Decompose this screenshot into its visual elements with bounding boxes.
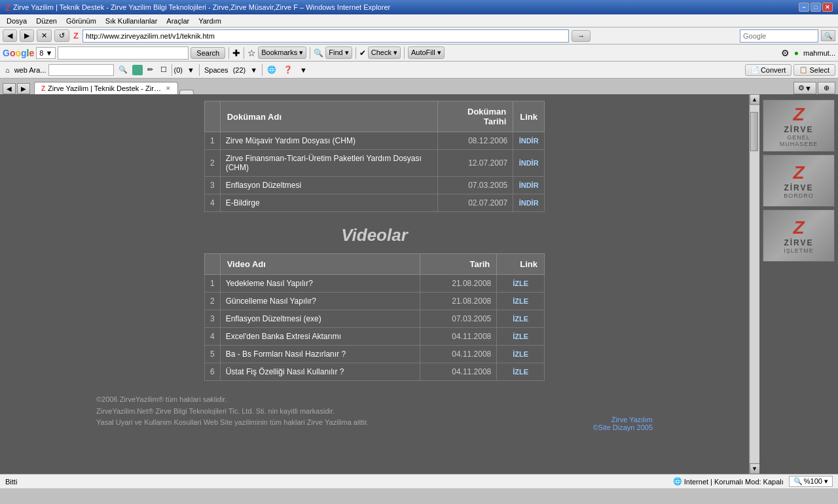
- spaces-button[interactable]: Spaces: [202, 65, 231, 75]
- forward-button[interactable]: ▶: [20, 29, 34, 42]
- browser-content: Doküman Adı Doküman Tarihi Link 1 Zirve …: [0, 94, 838, 474]
- scroll-down-button[interactable]: ▼: [750, 463, 760, 474]
- google-search-button[interactable]: 🔍: [821, 30, 835, 41]
- vid-date-4: 04.11.2008: [420, 328, 496, 346]
- notifications-button[interactable]: ▼: [185, 65, 197, 75]
- scroll-thumb[interactable]: [750, 112, 758, 151]
- vid-link-4[interactable]: İZLE: [497, 328, 545, 346]
- footer-right1: Zirve Yazılım: [593, 416, 653, 423]
- tab-1[interactable]: Z Zirve Yazilim | Teknik Destek - Zirve …: [34, 82, 178, 94]
- vid-link-5[interactable]: İZLE: [497, 346, 545, 363]
- maximize-button[interactable]: □: [811, 3, 821, 12]
- google-logo: Google: [3, 48, 34, 58]
- doc-link-3[interactable]: İNDİR: [513, 177, 545, 194]
- doc-num-2: 2: [205, 150, 221, 177]
- back-button[interactable]: ◀: [3, 29, 17, 42]
- check-button[interactable]: Check ▾: [368, 46, 401, 59]
- watch-link-2[interactable]: İZLE: [513, 297, 528, 305]
- brand-bordro[interactable]: Z ZİRVE BORDRO: [763, 154, 835, 207]
- toolbar-box[interactable]: ☐: [158, 64, 170, 75]
- web-search-input[interactable]: [48, 64, 114, 76]
- watch-link-1[interactable]: İZLE: [513, 279, 528, 287]
- home-button[interactable]: ⌂: [3, 65, 12, 75]
- footer: ©2006 ZirveYazilim® tüm haklari saklidir…: [96, 387, 653, 431]
- download-link-1[interactable]: İNDİR: [519, 137, 539, 145]
- address-input[interactable]: [82, 29, 569, 43]
- notifications-count: (0): [174, 66, 183, 74]
- scroll-up-button[interactable]: ▲: [750, 94, 760, 105]
- plus-icon[interactable]: ✚: [232, 48, 240, 58]
- refresh-button[interactable]: ↺: [54, 29, 69, 42]
- zoom-control[interactable]: 🔍 %100 ▾: [789, 476, 833, 487]
- google-search-input[interactable]: [740, 29, 818, 43]
- watch-link-6[interactable]: İZLE: [513, 368, 528, 376]
- zirve-z-icon-3: Z: [793, 217, 804, 238]
- tab-1-close[interactable]: ✕: [166, 85, 171, 92]
- spaces-dropdown[interactable]: ▼: [247, 65, 260, 75]
- new-tab-button[interactable]: ⊕: [818, 82, 835, 94]
- brand-sub-1b: MUHASEBE: [780, 141, 818, 147]
- download-link-3[interactable]: İNDİR: [519, 181, 539, 189]
- more-button[interactable]: ▼: [297, 65, 310, 75]
- vid-num-6: 6: [205, 363, 221, 381]
- star-icon[interactable]: ☆: [247, 48, 256, 58]
- brand-genel-muhasebe[interactable]: Z ZİRVE GENEL MUHASEBE: [763, 99, 835, 152]
- tab-2[interactable]: [179, 90, 194, 94]
- google-toolbar-input[interactable]: [58, 46, 189, 60]
- convert-button[interactable]: 📄 Convert: [745, 64, 792, 76]
- watch-link-3[interactable]: İZLE: [513, 315, 528, 323]
- menu-gorunum[interactable]: Görünüm: [62, 16, 100, 26]
- help-button[interactable]: ❓: [281, 64, 295, 75]
- scrollbar[interactable]: ▲ ▼: [749, 94, 759, 474]
- download-link-2[interactable]: İNDİR: [519, 159, 539, 167]
- vid-date-1: 21.08.2008: [420, 275, 496, 293]
- find-button[interactable]: Find ▾: [325, 46, 352, 59]
- brand-isletme[interactable]: Z ZİRVE İŞLETME: [763, 209, 835, 262]
- zoom-icon: 🔍: [793, 477, 803, 486]
- menu-dosya[interactable]: Dosya: [3, 16, 31, 26]
- status-right: 🌐 Internet | Korumalı Mod: Kapalı 🔍 %100…: [673, 476, 833, 487]
- google-rank: 8 ▼: [36, 47, 56, 59]
- doc-link-4[interactable]: İNDİR: [513, 194, 545, 212]
- search-web-button[interactable]: 🔍: [116, 64, 130, 75]
- tab-options[interactable]: ⚙ ▼: [793, 82, 816, 94]
- close-button[interactable]: ✕: [822, 3, 833, 12]
- menu-araclar[interactable]: Araçlar: [162, 16, 193, 26]
- menu-sikkullanılanlar[interactable]: Sık Kullanılanlar: [101, 16, 162, 26]
- dropdown-icon: ▼: [805, 84, 812, 92]
- separator-1: [228, 47, 229, 59]
- menu-duzen[interactable]: Düzen: [32, 16, 61, 26]
- settings-icon[interactable]: ⚙: [781, 48, 790, 58]
- separator-3: [310, 47, 310, 59]
- doc-name-2: Zirve Finansman-Ticari-Üretim Paketleri …: [220, 150, 437, 177]
- videos-table: Video Adı Tarih Link 1 Yedekleme Nasıl Y…: [204, 253, 545, 381]
- download-link-4[interactable]: İNDİR: [519, 199, 539, 207]
- vid-link-6[interactable]: İZLE: [497, 363, 545, 381]
- vid-num-1: 1: [205, 275, 221, 293]
- tab-1-label: Zirve Yazilim | Teknik Destek - Zirve Ya…: [48, 84, 163, 92]
- watch-link-5[interactable]: İZLE: [513, 350, 528, 358]
- autofill-button[interactable]: AutoFill ▾: [408, 46, 445, 59]
- toolbar-pencil[interactable]: ✏: [145, 64, 156, 75]
- menu-yardim[interactable]: Yardım: [194, 16, 225, 26]
- earth-button[interactable]: 🌐: [264, 64, 279, 75]
- security-status: 🌐 Internet | Korumalı Mod: Kapalı: [673, 477, 784, 486]
- search-button[interactable]: Search: [191, 47, 225, 59]
- select-button[interactable]: 📋 Select: [793, 64, 835, 76]
- footer-right2: ©Site Dizayn 2005: [593, 423, 653, 431]
- doc-link-2[interactable]: İNDİR: [513, 150, 545, 177]
- doc-link-1[interactable]: İNDİR: [513, 132, 545, 150]
- vid-link-1[interactable]: İZLE: [497, 275, 545, 293]
- vid-link-2[interactable]: İZLE: [497, 293, 545, 310]
- stop-button[interactable]: ✕: [37, 29, 52, 42]
- minimize-button[interactable]: −: [799, 3, 809, 12]
- watch-link-4[interactable]: İZLE: [513, 333, 528, 340]
- tab-back[interactable]: ◀: [3, 83, 16, 94]
- bookmarks-button[interactable]: Bookmarks ▾: [258, 46, 306, 59]
- footer-line3: Yasal Uyari ve Kullanim Kosullari Web Si…: [96, 417, 369, 429]
- vid-link-3[interactable]: İZLE: [497, 310, 545, 328]
- tab-forward[interactable]: ▶: [17, 83, 30, 94]
- status-text: Bitti: [5, 478, 668, 486]
- go-button[interactable]: →: [572, 30, 591, 42]
- scroll-track[interactable]: [750, 105, 759, 463]
